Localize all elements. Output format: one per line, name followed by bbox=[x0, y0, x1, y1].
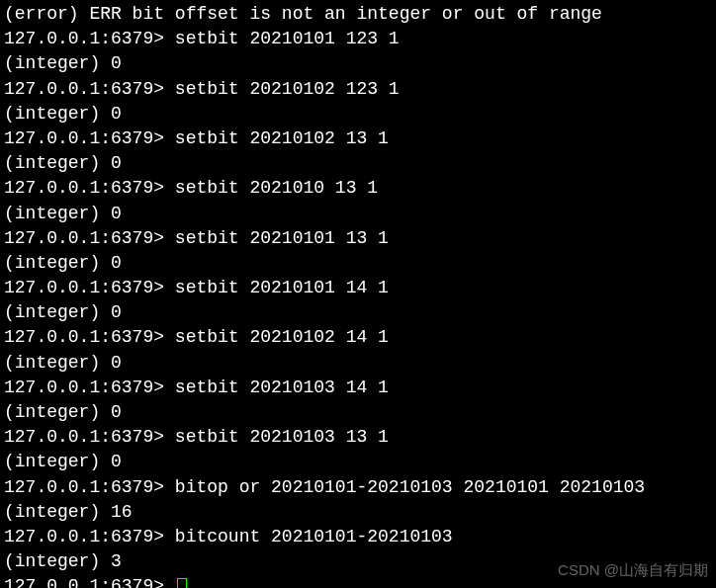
terminal-command-line: 127.0.0.1:6379> bitcount 20210101-202101… bbox=[4, 525, 712, 549]
terminal-command-line: 127.0.0.1:6379> setbit 20210102 13 1 bbox=[4, 126, 712, 151]
terminal-command-text: setbit 20210102 14 1 bbox=[175, 327, 389, 347]
terminal-command-text: setbit 20210101 123 1 bbox=[175, 29, 400, 48]
terminal-command-line: 127.0.0.1:6379> bitop or 20210101-202101… bbox=[4, 475, 712, 500]
terminal-prompt: 127.0.0.1:6379> bbox=[4, 178, 175, 198]
terminal-error-line: (error) ERR bit offset is not an integer… bbox=[4, 2, 712, 27]
terminal-output-line: (integer) 0 bbox=[4, 202, 712, 226]
terminal-output-line: (integer) 0 bbox=[4, 300, 712, 325]
cursor-icon bbox=[177, 578, 187, 588]
terminal-output-line: (integer) 0 bbox=[4, 351, 712, 376]
terminal-prompt: 127.0.0.1:6379> bbox=[4, 228, 175, 248]
terminal-prompt: 127.0.0.1:6379> bbox=[4, 128, 175, 148]
terminal-command-text: setbit 20210103 13 1 bbox=[175, 427, 389, 447]
terminal-command-text: bitcount 20210101-20210103 bbox=[175, 527, 453, 546]
terminal-prompt: 127.0.0.1:6379> bbox=[4, 427, 175, 447]
terminal-command-line: 127.0.0.1:6379> setbit 20210101 123 1 bbox=[4, 27, 712, 51]
terminal-prompt: 127.0.0.1:6379> bbox=[4, 477, 175, 497]
terminal-output-line: (integer) 0 bbox=[4, 102, 712, 126]
terminal-prompt: 127.0.0.1:6379> bbox=[4, 278, 175, 297]
terminal-output-line: (integer) 0 bbox=[4, 51, 712, 76]
terminal-output-line: (integer) 0 bbox=[4, 251, 712, 276]
terminal-prompt: 127.0.0.1:6379> bbox=[4, 576, 175, 588]
terminal-command-line: 127.0.0.1:6379> setbit 20210102 123 1 bbox=[4, 77, 712, 102]
terminal-prompt: 127.0.0.1:6379> bbox=[4, 527, 175, 546]
terminal-command-line: 127.0.0.1:6379> setbit 20210103 14 1 bbox=[4, 376, 712, 400]
terminal-command-text: bitop or 20210101-20210103 20210101 2021… bbox=[175, 477, 645, 497]
terminal-prompt: 127.0.0.1:6379> bbox=[4, 29, 175, 48]
terminal-command-text: setbit 20210102 13 1 bbox=[175, 128, 389, 148]
terminal-command-line: 127.0.0.1:6379> setbit 20210101 13 1 bbox=[4, 226, 712, 251]
terminal-prompt: 127.0.0.1:6379> bbox=[4, 327, 175, 347]
terminal-output-line: (integer) 16 bbox=[4, 500, 712, 525]
terminal-command-text: setbit 20210102 123 1 bbox=[175, 79, 400, 99]
terminal-output-line: (integer) 0 bbox=[4, 151, 712, 176]
terminal-command-text: setbit 20210101 13 1 bbox=[175, 228, 389, 248]
terminal-command-text: setbit 2021010 13 1 bbox=[175, 178, 378, 198]
terminal-command-text: setbit 20210101 14 1 bbox=[175, 278, 389, 297]
terminal-command-line: 127.0.0.1:6379> setbit 20210101 14 1 bbox=[4, 276, 712, 300]
terminal-output-line: (integer) 0 bbox=[4, 400, 712, 425]
watermark-text: CSDN @山海自有归期 bbox=[558, 559, 708, 580]
terminal-command-line: 127.0.0.1:6379> setbit 20210103 13 1 bbox=[4, 425, 712, 450]
terminal-prompt: 127.0.0.1:6379> bbox=[4, 79, 175, 99]
terminal-output-line: (integer) 0 bbox=[4, 450, 712, 474]
terminal-prompt: 127.0.0.1:6379> bbox=[4, 378, 175, 397]
terminal-command-line: 127.0.0.1:6379> setbit 20210102 14 1 bbox=[4, 325, 712, 350]
terminal-command-text: setbit 20210103 14 1 bbox=[175, 378, 389, 397]
terminal-command-line: 127.0.0.1:6379> setbit 2021010 13 1 bbox=[4, 176, 712, 201]
terminal-output[interactable]: (error) ERR bit offset is not an integer… bbox=[4, 2, 712, 588]
